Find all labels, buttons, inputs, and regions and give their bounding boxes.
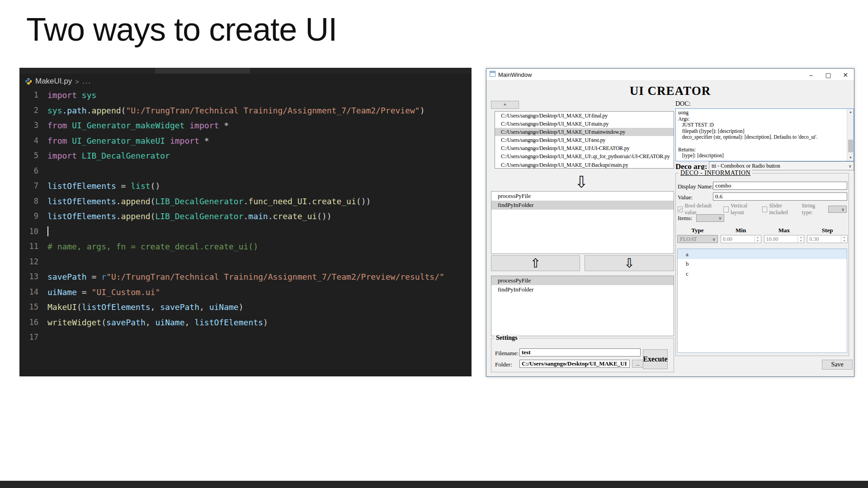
folder-input[interactable]: C:/Users/sangngo/Desktop/UI_MAKE_UI xyxy=(519,360,630,368)
step-spinbox[interactable]: 0.30 ▲▼ xyxy=(807,235,848,243)
deco-option-item[interactable]: b xyxy=(678,259,847,269)
type-combobox[interactable]: FLOAT ∨ xyxy=(677,235,718,243)
checkbox-box-icon xyxy=(723,206,728,212)
function-list-item[interactable]: processPyFile xyxy=(491,276,674,285)
display-name-label: Display Name: xyxy=(678,183,713,190)
deco-option-item[interactable]: a xyxy=(678,249,847,259)
code-line[interactable]: 9listOfElements.append(LIB_DecalGenerato… xyxy=(19,209,472,224)
function-list-item[interactable]: findPyInFolder xyxy=(491,201,674,210)
code-line[interactable]: 12 xyxy=(19,254,472,270)
file-list-item[interactable]: C:/Users/sangngo/Desktop/UI_MAKE_UI\main… xyxy=(495,120,674,128)
spinner-arrows-icon[interactable]: ▲▼ xyxy=(755,235,761,243)
close-button[interactable]: ✕ xyxy=(837,69,854,81)
app-heading: UI CREATOR xyxy=(486,84,854,98)
checkbox-label: Slider included xyxy=(769,202,797,216)
chevron-down-icon: ∨ xyxy=(841,207,844,212)
execute-button[interactable]: Execute xyxy=(643,349,668,369)
string-type-combobox[interactable]: ∨ xyxy=(828,206,847,213)
display-name-input[interactable]: combo xyxy=(713,182,847,190)
down-arrow-icon: ⇩ xyxy=(624,256,634,271)
code-line[interactable]: 14uiName = "UI_Custom.ui" xyxy=(19,285,472,300)
file-list-item[interactable]: C:/Users/sangngo/Desktop/UI_MAKE_UI\fina… xyxy=(495,112,674,120)
code-line[interactable]: 15MakeUI(listOfElements, savePath, uiNam… xyxy=(19,300,472,315)
column-header: Min xyxy=(721,227,761,234)
value-label: Value: xyxy=(678,194,693,201)
doc-panel[interactable]: uong Args: JUST TEST :D filepath ([type]… xyxy=(675,108,854,161)
code-line[interactable]: 4from UI_Generator_makeUI import * xyxy=(19,133,472,149)
code-line[interactable]: 3from UI_Generator_makeWidget import * xyxy=(19,118,472,133)
checkbox[interactable]: Vertical layout xyxy=(723,202,757,216)
chevron-down-icon: ∨ xyxy=(718,216,722,221)
doc-label: DOC: xyxy=(675,100,690,108)
file-list-item[interactable]: C:/Users/sangngo/Desktop/UI_MAKE_UI\test… xyxy=(495,136,674,144)
code-text: listOfElements = list() xyxy=(47,178,160,194)
max-spinbox[interactable]: 10.00 ▲▼ xyxy=(764,235,805,243)
file-list-item[interactable]: C:/Users/sangngo/Desktop/UI_MAKE_UI\main… xyxy=(495,128,674,136)
function-list-item[interactable]: processPyFile xyxy=(491,192,674,201)
editor-breadcrumb[interactable]: MakeUI.py > ... xyxy=(25,75,91,87)
function-list-ordered[interactable]: processPyFilefindPyInFolder xyxy=(491,276,674,336)
maximize-button[interactable]: ▢ xyxy=(820,69,837,81)
breadcrumb-symbol-path[interactable]: ... xyxy=(82,77,91,86)
doc-scrollbar[interactable]: ▲ ▼ xyxy=(847,109,854,161)
editor-tab[interactable] xyxy=(155,68,250,74)
move-down-button[interactable]: ⇩ xyxy=(585,255,674,271)
code-line[interactable]: 17 xyxy=(19,330,472,345)
browse-button[interactable]: ... xyxy=(632,360,643,368)
window-titlebar[interactable]: MainWindow – ▢ ✕ xyxy=(486,69,854,81)
slide-title: Two ways to create UI xyxy=(26,11,337,48)
move-up-button[interactable]: ⇧ xyxy=(491,255,580,271)
spinner-arrows-icon[interactable]: ▲▼ xyxy=(797,235,804,243)
line-number: 5 xyxy=(19,148,47,164)
scrollbar-thumb[interactable] xyxy=(848,140,853,152)
settings-groupbox: Settings Filename: test Folder: C:/Users… xyxy=(491,338,674,372)
scrollbar-up-icon[interactable]: ▲ xyxy=(847,109,854,115)
items-combobox[interactable]: ∨ xyxy=(696,214,724,222)
type-value: FLOAT xyxy=(680,236,697,243)
line-number: 16 xyxy=(19,315,47,330)
filename-input[interactable]: test xyxy=(519,348,641,357)
editor-tab-bar xyxy=(19,68,472,74)
folder-label: Folder: xyxy=(495,361,512,368)
code-line[interactable]: 5import LIB_DecalGenerator xyxy=(19,148,472,164)
function-list-item[interactable]: findPyInFolder xyxy=(491,285,674,294)
add-file-button[interactable]: + xyxy=(491,101,519,109)
checkbox[interactable]: Slider included xyxy=(762,202,797,216)
file-list[interactable]: C:/Users/sangngo/Desktop/UI_MAKE_UI\fina… xyxy=(495,111,674,169)
file-list-item[interactable]: C:/Users/sangngo/Desktop/UI_MAKE_UI\UI-C… xyxy=(495,144,674,152)
line-number: 11 xyxy=(19,239,47,254)
line-number: 3 xyxy=(19,118,47,133)
min-spinbox[interactable]: 0.00 ▲▼ xyxy=(721,235,761,243)
save-button[interactable]: Save xyxy=(822,360,853,370)
code-line[interactable]: 10 xyxy=(19,224,472,239)
code-line[interactable]: 2sys.path.append("U:/TrungTran/Technical… xyxy=(19,103,472,118)
file-list-item[interactable]: C:/Users/sangngo/Desktop/UI_MAKE_UI\Back… xyxy=(495,161,674,169)
scrollbar-down-icon[interactable]: ▼ xyxy=(847,155,854,161)
code-line[interactable]: 8listOfElements.append(LIB_DecalGenerato… xyxy=(19,194,472,209)
code-line[interactable]: 16writeWidget(savePath, uiName, listOfEl… xyxy=(19,315,472,330)
file-list-item[interactable]: C:/Users/sangngo/Desktop/UI_MAKE_UI\.qt_… xyxy=(495,152,674,160)
code-text: from UI_Generator_makeUI import * xyxy=(47,133,209,149)
code-text: from UI_Generator_makeWidget import * xyxy=(47,118,229,133)
code-text: writeWidget(savePath, uiName, listOfElem… xyxy=(47,315,268,330)
code-line[interactable]: 6 xyxy=(19,164,472,179)
deco-arg-combobox[interactable]: ttt - Combobox or Radio button ∨ xyxy=(709,161,854,170)
spin-column-headers: TypeMinMaxStep xyxy=(677,227,848,234)
minimize-button[interactable]: – xyxy=(802,69,820,81)
items-label: Items: xyxy=(678,215,693,222)
code-line[interactable]: 13savePath = r"U:/TrungTran/Technical Tr… xyxy=(19,269,472,285)
code-line[interactable]: 7listOfElements = list() xyxy=(19,178,472,194)
line-number: 17 xyxy=(19,330,47,345)
breadcrumb-separator: > xyxy=(75,78,79,85)
line-number: 2 xyxy=(19,103,47,118)
deco-options-list[interactable]: abc xyxy=(677,249,847,353)
value-input[interactable]: 0.6 xyxy=(713,192,847,201)
code-line[interactable]: 1import sys xyxy=(19,88,472,103)
code-line[interactable]: 11# name, args, fn = create_decal.create… xyxy=(19,239,472,254)
deco-option-item[interactable]: c xyxy=(678,269,847,279)
function-list-available[interactable]: processPyFilefindPyInFolder xyxy=(491,191,674,254)
code-area[interactable]: 1import sys2sys.path.append("U:/TrungTra… xyxy=(19,88,472,376)
spinner-arrows-icon[interactable]: ▲▼ xyxy=(841,235,847,243)
transfer-down-arrow-icon[interactable]: ⇩ xyxy=(568,174,595,190)
checkbox-label: Vertical layout xyxy=(731,202,758,216)
